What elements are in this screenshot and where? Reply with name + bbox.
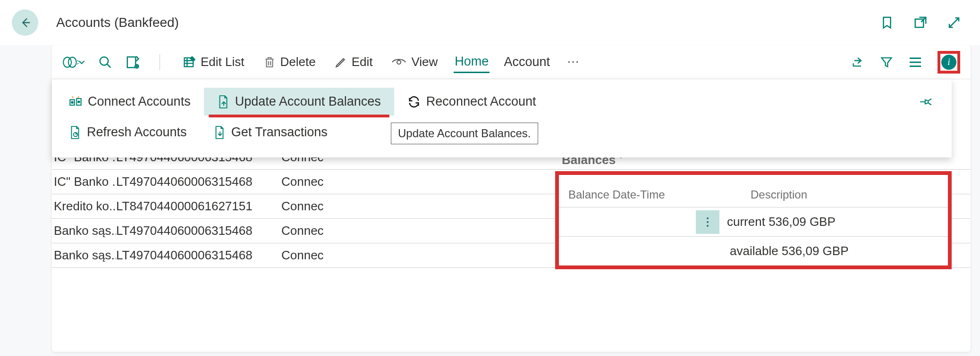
edit-list-button[interactable]: Edit List (180, 53, 247, 71)
bank-cell: IC" Banko ... (54, 174, 116, 189)
connect-accounts-label: Connect Accounts (88, 94, 191, 109)
toolbar: Edit List Delete Edit View Home Account … (52, 45, 971, 79)
trash-icon (263, 56, 276, 69)
pin-icon[interactable] (919, 96, 934, 108)
svg-point-14 (707, 225, 709, 227)
pencil-icon (335, 56, 347, 68)
bank-cell: Banko sąs... (54, 248, 116, 263)
document-down-icon (213, 125, 226, 140)
new-icon[interactable] (126, 55, 140, 69)
arrow-left-icon (18, 16, 32, 29)
list-lines-icon[interactable] (908, 57, 922, 68)
expand-icon[interactable] (947, 16, 961, 30)
svg-point-13 (707, 221, 709, 223)
highlight-underline (209, 115, 389, 117)
info-icon[interactable]: i (941, 55, 956, 70)
view-label: View (411, 55, 438, 69)
iban-cell: LT497044060006315468 (116, 224, 272, 238)
edit-list-icon (183, 56, 196, 69)
update-balances-label: Update Account Balances (235, 94, 381, 109)
balances-factbox: Balances Balance Date-Time Description c… (555, 149, 952, 269)
iban-cell: LT847044000061627151 (116, 199, 272, 214)
bank-cell: Banko sąs... (54, 224, 116, 238)
factbox-headers: Balance Date-Time Description (559, 181, 948, 207)
search-icon[interactable] (98, 55, 112, 69)
balance-description: current 536,09 GBP (719, 215, 836, 229)
filter-icon[interactable] (880, 56, 893, 69)
col-balance-datetime: Balance Date-Time (559, 188, 719, 201)
iban-cell: LT497044060006315468 (116, 174, 272, 189)
home-actions-panel: Connect Accounts Update Account Balances… (52, 79, 952, 157)
iban-cell: LT497044060006315468 (116, 248, 272, 263)
svg-point-7 (397, 60, 401, 64)
edit-button[interactable]: Edit (332, 53, 376, 71)
svg-point-11 (78, 101, 80, 103)
reconnect-account-label: Reconnect Account (426, 94, 536, 109)
edit-list-label: Edit List (201, 55, 245, 69)
refresh-icon (407, 95, 421, 108)
status-cell: Connec (272, 224, 347, 238)
get-transactions-button[interactable]: Get Transactions (200, 118, 341, 146)
get-transactions-label: Get Transactions (231, 125, 328, 140)
view-button[interactable]: View (389, 53, 440, 71)
view-switcher-icon[interactable] (62, 56, 85, 69)
delete-label: Delete (280, 55, 316, 69)
popout-icon[interactable] (913, 16, 928, 30)
reconnect-account-button[interactable]: Reconnect Account (394, 88, 549, 116)
balance-description: available 536,09 GBP (719, 244, 849, 258)
connect-icon (69, 95, 82, 108)
tooltip: Update Account Balances. (391, 123, 538, 144)
row-menu-icon[interactable] (696, 210, 719, 234)
balances-highlight-box: Balance Date-Time Description current 53… (555, 171, 952, 269)
status-cell: Connec (272, 199, 347, 214)
document-refresh-icon (69, 125, 81, 140)
svg-point-10 (71, 101, 73, 103)
separator (160, 54, 160, 70)
balance-row[interactable]: current 536,09 GBP (559, 207, 948, 236)
refresh-accounts-button[interactable]: Refresh Accounts (56, 118, 200, 146)
svg-point-3 (100, 57, 109, 65)
svg-point-12 (707, 217, 709, 219)
bookmark-icon[interactable] (880, 16, 894, 30)
balance-row[interactable]: available 536,09 GBP (559, 236, 948, 265)
page-header: Accounts (Bankfeed) (0, 0, 980, 45)
edit-label: Edit (352, 55, 373, 69)
more-button[interactable]: ⋯ (564, 53, 583, 71)
status-cell: Connec (272, 174, 347, 189)
bank-cell: Kredito ko... (54, 199, 116, 214)
refresh-accounts-label: Refresh Accounts (87, 125, 187, 140)
header-actions (880, 16, 961, 30)
svg-rect-4 (127, 57, 136, 67)
tab-home[interactable]: Home (454, 51, 490, 73)
eye-icon (391, 58, 406, 67)
delete-button[interactable]: Delete (261, 53, 319, 71)
connect-accounts-button[interactable]: Connect Accounts (56, 88, 204, 116)
share-icon[interactable] (851, 56, 865, 69)
update-balances-button[interactable]: Update Account Balances (204, 88, 394, 116)
svg-point-2 (68, 57, 76, 67)
info-button-highlight: i (938, 51, 960, 74)
tab-account[interactable]: Account (503, 52, 551, 72)
status-cell: Connec (272, 248, 347, 263)
col-description: Description (748, 188, 948, 201)
document-arrow-icon (217, 95, 229, 109)
back-button[interactable] (12, 9, 38, 36)
page-title: Accounts (Bankfeed) (56, 15, 880, 30)
content-card: Edit List Delete Edit View Home Account … (52, 45, 971, 352)
